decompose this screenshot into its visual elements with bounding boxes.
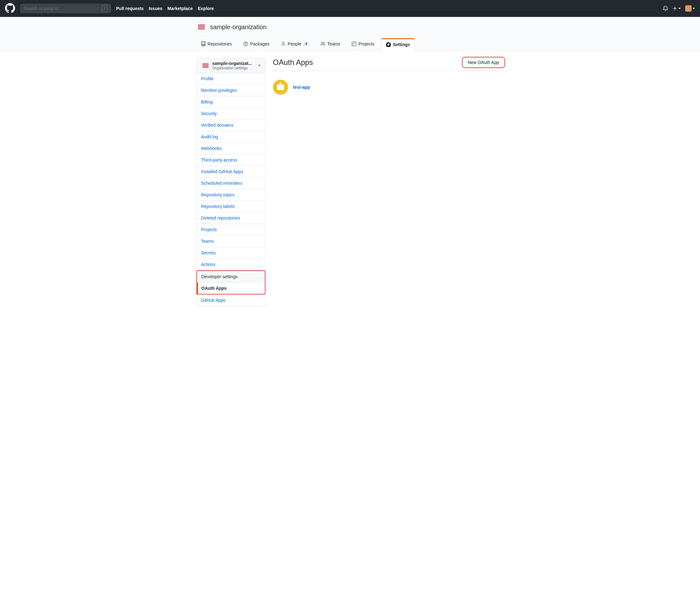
notifications-icon[interactable]: [663, 6, 668, 11]
user-avatar-dropdown[interactable]: [685, 5, 695, 11]
sidebar-item-oauth-apps[interactable]: OAuth Apps: [197, 283, 265, 294]
org-tabs: Repositories Packages People 4 Teams Pro…: [196, 38, 504, 50]
nav-explore[interactable]: Explore: [198, 6, 214, 11]
person-icon: [281, 42, 286, 46]
sidebar-item-secrets[interactable]: Secrets: [197, 247, 265, 259]
tab-label: Projects: [358, 42, 374, 46]
global-header: / Pull requests Issues Marketplace Explo…: [0, 0, 700, 17]
people-icon: [320, 42, 325, 46]
search-input[interactable]: /: [20, 4, 111, 13]
tab-label: Settings: [393, 42, 410, 47]
sidebar-item-security[interactable]: Security: [197, 108, 265, 120]
page-title: OAuth Apps: [273, 58, 313, 67]
sidebar-item-deleted-repositories[interactable]: Deleted repositories: [197, 212, 265, 224]
tab-label: Packages: [250, 42, 269, 46]
new-oauth-app-button[interactable]: New OAuth App: [463, 58, 504, 67]
sidebar-item-verified-domains[interactable]: Verified domains: [197, 120, 265, 131]
org-selector-title: sample-organizat...: [212, 61, 256, 66]
project-icon: [351, 42, 356, 46]
header-left: / Pull requests Issues Marketplace Explo…: [5, 3, 663, 14]
avatar: [685, 5, 692, 11]
developer-settings-menu-continued: GitHub Apps: [196, 294, 266, 306]
org-selector[interactable]: sample-organizat... Organization setting…: [197, 58, 265, 73]
app-link-test-app[interactable]: test-app: [293, 85, 310, 90]
oauth-app-row: test-app: [273, 77, 504, 97]
repo-icon: [201, 42, 206, 46]
sidebar-item-repository-labels[interactable]: Repository labels: [197, 201, 265, 212]
sidebar-item-installed-github-apps[interactable]: Installed GitHub Apps: [197, 166, 265, 178]
org-avatar: [196, 22, 206, 32]
tab-packages[interactable]: Packages: [239, 38, 274, 50]
header-nav: Pull requests Issues Marketplace Explore: [116, 6, 214, 11]
org-name[interactable]: sample-organization: [210, 24, 267, 31]
sidebar-item-teams[interactable]: Teams: [197, 236, 265, 247]
sidebar-item-scheduled-reminders[interactable]: Scheduled reminders: [197, 178, 265, 189]
developer-settings-highlight: Developer settings OAuth Apps: [196, 270, 266, 294]
tab-label: People: [288, 42, 302, 46]
sidebar-item-github-apps[interactable]: GitHub Apps: [197, 294, 265, 306]
developer-settings-menu: Developer settings OAuth Apps: [197, 271, 265, 294]
sidebar-item-projects[interactable]: Projects: [197, 224, 265, 236]
nav-issues[interactable]: Issues: [149, 6, 162, 11]
search-field[interactable]: [24, 6, 102, 11]
gear-icon: [386, 42, 391, 47]
tab-label: Teams: [327, 42, 340, 46]
sidebar-item-repository-topics[interactable]: Repository topics: [197, 189, 265, 201]
sidebar-item-member-privileges[interactable]: Member privileges: [197, 85, 265, 96]
sidebar-item-billing[interactable]: Billing: [197, 96, 265, 108]
org-selector-subtitle: Organization settings: [212, 66, 256, 70]
chevron-down-icon: [258, 65, 261, 66]
sidebar-item-actions[interactable]: Actions: [197, 259, 265, 270]
caret-down-icon: [693, 8, 695, 9]
org-settings-menu: sample-organizat... Organization setting…: [196, 58, 266, 270]
main-content: OAuth Apps New OAuth App test-app: [273, 58, 504, 306]
header-right: [663, 5, 695, 11]
page-header: OAuth Apps New OAuth App: [273, 58, 504, 71]
sidebar-item-profile[interactable]: Profile: [197, 73, 265, 85]
sidebar-item-webhooks[interactable]: Webhooks: [197, 143, 265, 154]
tab-projects[interactable]: Projects: [347, 38, 379, 50]
org-title-row: sample-organization: [196, 22, 504, 38]
nav-pull-requests[interactable]: Pull requests: [116, 6, 144, 11]
create-new-dropdown[interactable]: [672, 6, 681, 11]
org-header: sample-organization Repositories Package…: [0, 17, 700, 51]
app-icon: [273, 80, 288, 95]
caret-down-icon: [678, 8, 681, 9]
org-avatar-icon: [201, 61, 210, 70]
tab-people[interactable]: People 4: [276, 38, 314, 50]
github-logo[interactable]: [5, 3, 15, 14]
counter-badge: 4: [303, 42, 309, 46]
nav-marketplace[interactable]: Marketplace: [168, 6, 193, 11]
sidebar-item-audit-log[interactable]: Audit log: [197, 131, 265, 143]
tab-repositories[interactable]: Repositories: [196, 38, 236, 50]
developer-settings-heading: Developer settings: [197, 271, 265, 283]
tab-settings[interactable]: Settings: [381, 38, 415, 51]
tab-label: Repositories: [208, 42, 232, 46]
sidebar-item-third-party-access[interactable]: Third-party access: [197, 154, 265, 166]
tab-teams[interactable]: Teams: [316, 38, 345, 50]
settings-sidebar: sample-organizat... Organization setting…: [196, 58, 266, 306]
package-icon: [243, 42, 248, 46]
slash-shortcut-icon: /: [102, 5, 108, 11]
